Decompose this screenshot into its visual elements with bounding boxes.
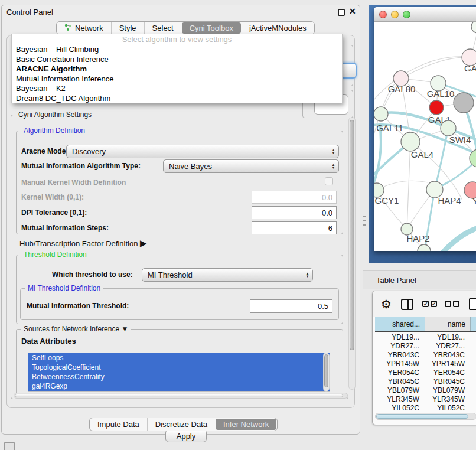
new-table-icon[interactable] [469,298,476,310]
table-row[interactable]: YBR043CYBR043C [375,351,476,360]
sources-group-title[interactable]: Sources for Network Inference ▼ [21,325,131,333]
attribute-list-scrollbar-thumb[interactable] [324,354,328,387]
mi-threshold-label: Mutual Information Threshold: [27,302,129,310]
close-traffic-light[interactable] [379,11,387,18]
apply-button[interactable]: Apply [165,429,207,442]
aracne-mode-combo[interactable]: Discovery ▲▼ [66,145,339,158]
network-edge[interactable] [440,226,476,251]
table-body: YDL19...YDL19...13YDR27...YDR27...12YBR0… [375,333,476,410]
hub-definition-toggle[interactable]: Hub/Transcription Factor Definition ▶ [19,238,147,249]
mi-steps-field[interactable]: 6 [252,221,337,234]
close-window-icon[interactable]: ✕ [349,6,356,16]
zoom-traffic-light[interactable] [403,11,410,18]
table-row[interactable]: YIL052CYIL052C9 [375,404,476,410]
dpi-tolerance-field[interactable]: 0.0 [252,206,337,219]
attribute-item-selfloops[interactable]: SelfLoops [28,353,330,363]
table-row[interactable]: YBR045CYBR045C9. [375,377,476,386]
attribute-item-gal4rgexp[interactable]: gal4RGexp [28,381,330,391]
bottom-tab-impute-data[interactable]: Impute Data [90,418,147,431]
select-all-columns-icon[interactable]: ✓✓ [422,301,437,307]
algorithm-option-bayesian-hill-climbing[interactable]: Bayesian – Hill Climbing [12,45,342,55]
minimize-traffic-light[interactable] [391,11,399,18]
settings-horizontal-scrollbar[interactable] [14,393,348,399]
algorithm-popup-prompt: Select algorithm to view settings [12,34,342,45]
network-canvas[interactable]: GALGAL80GAL10GAL1GAL11SWI4GAL4GCY1HAP4YH… [374,22,476,251]
threshold-definition-title: Threshold Definition [21,250,89,259]
bottom-tab-infer-network-label: Infer Network [223,420,269,429]
table-cell: 9 [471,404,476,410]
control-panel-title: Control Panel [6,8,53,17]
algorithm-option-basic-correlation-inference[interactable]: Basic Correlation Inference [12,55,342,65]
tab-jactivemnodules[interactable]: jActiveMNodules [242,22,314,34]
algorithm-option-aracne-algorithm[interactable]: ARACNE Algorithm [12,64,342,74]
table-cell: YIL052C [375,404,425,410]
table-horizontal-scrollbar[interactable] [375,413,476,420]
table-horizontal-scrollbar-thumb[interactable] [376,414,468,419]
node-label-gcy1: GCY1 [375,195,399,206]
algorithm-option-dream8-dc-tdc-algorithm[interactable]: Dream8 DC_TDC Algorithm [12,94,342,104]
aracne-mode-label: Aracne Mode: [21,147,68,155]
network-node-gal1[interactable] [429,100,444,115]
node-label-gal10: GAL10 [427,89,455,99]
table-row[interactable]: YDR27...YDR27...12 [375,342,476,351]
mi-threshold-field[interactable]: 0.5 [250,299,332,313]
attribute-item-topologicalcoefficient[interactable]: TopologicalCoefficient [28,363,330,372]
minimized-panel-icon[interactable] [4,442,15,450]
gear-icon[interactable]: ⚙ [381,297,392,311]
algorithm-definition-title: Algorithm Definition [21,126,87,135]
network-node[interactable] [454,93,474,113]
table-header-row: shared...nameA [375,317,476,332]
table-cell: YPR145W [375,360,425,369]
table-cell: YLR345W [425,395,471,404]
threshold-definition-group: Threshold Definition Which threshold to … [16,255,343,324]
tab-cyni-toolbox[interactable]: Cyni Toolbox [182,22,241,34]
column-header-name[interactable]: name [425,317,471,331]
bottom-tab-infer-network[interactable]: Infer Network [216,419,276,430]
deselect-all-columns-icon[interactable] [445,301,459,307]
settings-vertical-scrollbar-thumb[interactable] [350,120,354,350]
float-window-icon[interactable] [338,9,345,16]
table-row[interactable]: YER054CYER054C8. [375,369,476,377]
tab-select[interactable]: Select [144,22,181,34]
node-label-gal11: GAL11 [376,123,403,133]
table-toolbar: ⚙ ✓✓ [373,291,476,317]
table-panel-header: Table Panel [363,270,476,289]
network-node-gal11[interactable] [374,107,388,121]
panel-divider-grip[interactable] [362,216,367,226]
cyni-bottom-tabs: Impute DataDiscretize DataInfer Network [89,418,278,431]
settings-horizontal-scrollbar-thumb[interactable] [15,394,343,397]
network-edge[interactable] [377,181,428,190]
table-row[interactable]: YBL079WYBL079W [375,386,476,395]
bottom-tab-discretize-data[interactable]: Discretize Data [147,418,215,431]
network-node[interactable] [471,22,476,33]
tab-style[interactable]: Style [111,22,144,34]
split-columns-icon[interactable] [401,299,413,310]
table-cell: YDR27... [425,342,471,351]
table-row[interactable]: YLR345WYLR345W9. [375,395,476,404]
table-cell: YER054C [375,369,425,377]
settings-vertical-scrollbar[interactable] [348,117,356,390]
attribute-list-scrollbar[interactable] [323,353,330,392]
column-header-a[interactable]: A [471,317,476,331]
table-cell: 13 [471,333,476,342]
mi-type-combo[interactable]: Naive Bayes ▲▼ [163,159,339,173]
network-edge[interactable] [407,142,410,229]
tab-network[interactable]: Network [57,22,111,34]
manual-kernel-checkbox[interactable] [325,177,333,185]
mi-threshold-group: MI Threshold Definition Mutual Informati… [20,288,339,320]
table-row[interactable]: YPR145WYPR145W9. [375,360,476,369]
kernel-width-field[interactable]: 0.0 [252,191,337,204]
network-node-swi4[interactable] [441,120,456,136]
network-node-gal4[interactable] [401,132,420,151]
kernel-width-value: 0.0 [322,193,332,202]
algorithm-select-popup: Select algorithm to view settings Bayesi… [11,34,343,103]
which-threshold-combo[interactable]: MI Threshold ▲▼ [142,268,313,282]
network-window-titlebar[interactable] [374,7,476,22]
column-header-shared[interactable]: shared... [375,317,425,331]
algorithm-option-mutual-information-inference[interactable]: Mutual Information Inference [12,74,342,84]
table-row[interactable]: YDL19...YDL19...13 [375,333,476,342]
table-cell: YLR345W [375,395,425,404]
algorithm-option-bayesian-k2[interactable]: Bayesian – K2 [12,84,342,94]
table-cell: YER054C [425,369,471,377]
attribute-item-betweennesscentrality[interactable]: BetweennessCentrality [28,372,330,381]
